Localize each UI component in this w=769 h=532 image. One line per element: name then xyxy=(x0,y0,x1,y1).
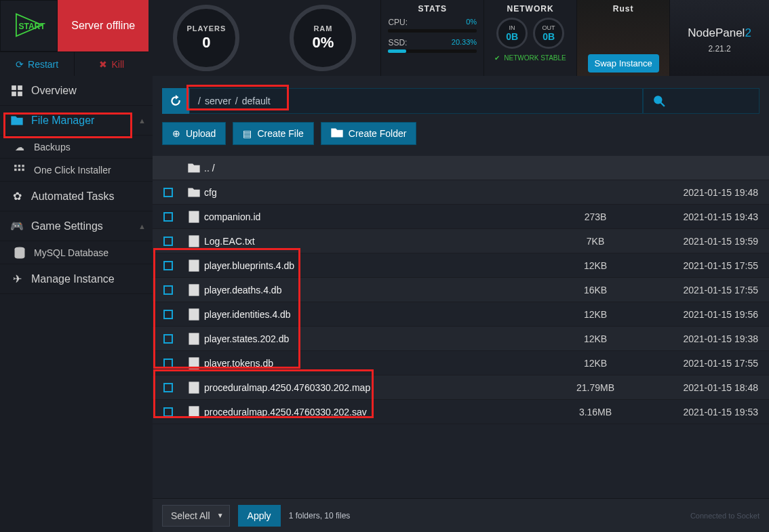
file-row[interactable]: player.tokens.db12KB2021-01-15 17:55 xyxy=(153,351,769,375)
file-name: proceduralmap.4250.4760330.202.sav xyxy=(204,407,548,417)
svg-rect-2 xyxy=(18,85,22,90)
checkbox[interactable] xyxy=(163,310,173,319)
file-date: 2021-01-15 19:53 xyxy=(643,407,758,417)
gear-icon: ✿ xyxy=(9,190,24,203)
file-table: .. / cfg2021-01-15 19:48companion.id273B… xyxy=(153,156,769,498)
file-icon: ▤ xyxy=(243,128,252,139)
file-icon xyxy=(184,211,204,223)
restart-icon: ⟳ xyxy=(16,59,24,70)
file-icon xyxy=(184,260,204,272)
swap-instance-button[interactable]: Swap Instance xyxy=(588,54,659,73)
items-count: 1 folders, 10 files xyxy=(289,511,351,520)
breadcrumb[interactable]: /server /default xyxy=(189,88,643,114)
restart-button[interactable]: ⟳ Restart xyxy=(0,52,75,76)
search-button[interactable] xyxy=(643,88,760,114)
checkbox[interactable] xyxy=(163,188,173,197)
sidebar-item-manage-instance[interactable]: ✈ Manage Instance xyxy=(0,264,153,294)
upload-icon: ⊕ xyxy=(172,128,180,139)
checkbox[interactable] xyxy=(163,359,173,368)
file-name: player.identities.4.db xyxy=(204,309,548,320)
close-icon: ✖ xyxy=(99,59,107,70)
chevron-up-icon: ▲ xyxy=(138,222,146,230)
file-date: 2021-01-15 17:55 xyxy=(643,358,758,369)
svg-rect-8 xyxy=(14,168,16,170)
svg-rect-3 xyxy=(12,91,16,96)
file-name: player.states.202.db xyxy=(204,333,548,344)
file-name: player.tokens.db xyxy=(204,358,548,369)
check-icon: ✔ xyxy=(494,54,500,62)
file-row[interactable]: player.blueprints.4.db12KB2021-01-15 17:… xyxy=(153,253,769,278)
sidebar-item-overview[interactable]: Overview xyxy=(0,76,153,106)
checkbox[interactable] xyxy=(163,237,173,246)
file-icon xyxy=(184,357,204,369)
file-size: 21.79MB xyxy=(548,382,643,393)
file-size: 12KB xyxy=(548,260,643,271)
checkbox[interactable] xyxy=(163,285,173,295)
game-panel: Rust Swap Instance xyxy=(576,0,669,76)
rocket-icon: ✈ xyxy=(9,272,24,285)
file-size: 7KB xyxy=(548,236,643,247)
file-icon xyxy=(184,308,204,321)
create-folder-button[interactable]: Create Folder xyxy=(321,122,417,145)
chevron-down-icon: ▼ xyxy=(217,512,224,519)
svg-rect-10 xyxy=(22,168,24,170)
sidebar-item-automated-tasks[interactable]: ✿ Automated Tasks xyxy=(0,182,153,211)
svg-rect-6 xyxy=(18,165,20,167)
file-date: 2021-01-15 19:43 xyxy=(643,211,758,222)
file-row[interactable]: player.deaths.4.db16KB2021-01-15 17:55 xyxy=(153,278,769,302)
gamepad-icon: 🎮 xyxy=(9,220,24,232)
file-size: 12KB xyxy=(548,309,643,320)
sidebar-item-mysql[interactable]: MySQL Database xyxy=(0,241,153,264)
svg-rect-1 xyxy=(12,85,16,90)
file-row[interactable]: proceduralmap.4250.4760330.202.map21.79M… xyxy=(153,375,769,400)
refresh-button[interactable] xyxy=(162,88,189,114)
file-size: 12KB xyxy=(548,333,643,344)
parent-dir-row[interactable]: .. / xyxy=(153,156,769,180)
sidebar-item-game-settings[interactable]: 🎮 Game Settings ▲ xyxy=(0,211,153,241)
grid-icon xyxy=(9,85,24,97)
checkbox[interactable] xyxy=(163,212,173,222)
select-all-dropdown[interactable]: Select All ▼ xyxy=(162,505,230,527)
checkbox[interactable] xyxy=(163,383,173,392)
checkbox[interactable] xyxy=(163,407,173,417)
file-row[interactable]: player.states.202.db12KB2021-01-15 19:38 xyxy=(153,327,769,351)
file-row[interactable]: proceduralmap.4250.4760330.202.sav3.16MB… xyxy=(153,400,769,424)
file-name: cfg xyxy=(204,187,548,198)
cloud-icon: ☁ xyxy=(12,142,27,152)
file-icon xyxy=(184,382,204,394)
network-status: ✔ NETWORK STABLE xyxy=(491,54,570,62)
file-row[interactable]: player.identities.4.db12KB2021-01-15 19:… xyxy=(153,302,769,327)
svg-rect-4 xyxy=(18,91,22,96)
svg-rect-5 xyxy=(14,165,16,167)
file-icon xyxy=(184,235,204,247)
sidebar-item-file-manager[interactable]: File Manager ▲ xyxy=(0,106,153,136)
brand-panel: NodePanel2 2.21.2 xyxy=(669,0,769,76)
svg-line-13 xyxy=(660,102,665,106)
folder-icon xyxy=(9,115,24,127)
file-icon xyxy=(184,406,204,418)
kill-button[interactable]: ✖ Kill xyxy=(75,52,149,76)
start-button[interactable]: START xyxy=(0,0,58,52)
create-file-button[interactable]: ▤ Create File xyxy=(233,122,313,145)
upload-button[interactable]: ⊕ Upload xyxy=(162,122,226,145)
svg-rect-7 xyxy=(22,165,24,167)
file-row[interactable]: Log.EAC.txt7KB2021-01-15 19:59 xyxy=(153,229,769,253)
file-row[interactable]: cfg2021-01-15 19:48 xyxy=(153,180,769,205)
file-name: Log.EAC.txt xyxy=(204,236,548,247)
network-in-gauge: IN 0B xyxy=(496,18,528,49)
svg-rect-9 xyxy=(18,168,20,170)
file-date: 2021-01-15 17:55 xyxy=(643,260,758,271)
file-date: 2021-01-15 19:48 xyxy=(643,187,758,198)
checkbox[interactable] xyxy=(163,261,173,270)
file-name: player.deaths.4.db xyxy=(204,285,548,295)
checkbox[interactable] xyxy=(163,334,173,344)
ram-gauge: RAM 0% xyxy=(269,3,376,73)
sidebar-item-one-click[interactable]: One Click Installer xyxy=(0,159,153,182)
file-date: 2021-01-15 18:48 xyxy=(643,382,758,393)
file-size: 12KB xyxy=(548,358,643,369)
file-row[interactable]: companion.id273B2021-01-15 19:43 xyxy=(153,205,769,229)
apply-button[interactable]: Apply xyxy=(238,505,281,527)
sidebar: Overview File Manager ▲ ☁ Backups One Cl… xyxy=(0,76,153,532)
sidebar-item-backups[interactable]: ☁ Backups xyxy=(0,136,153,159)
file-date: 2021-01-15 17:55 xyxy=(643,285,758,295)
